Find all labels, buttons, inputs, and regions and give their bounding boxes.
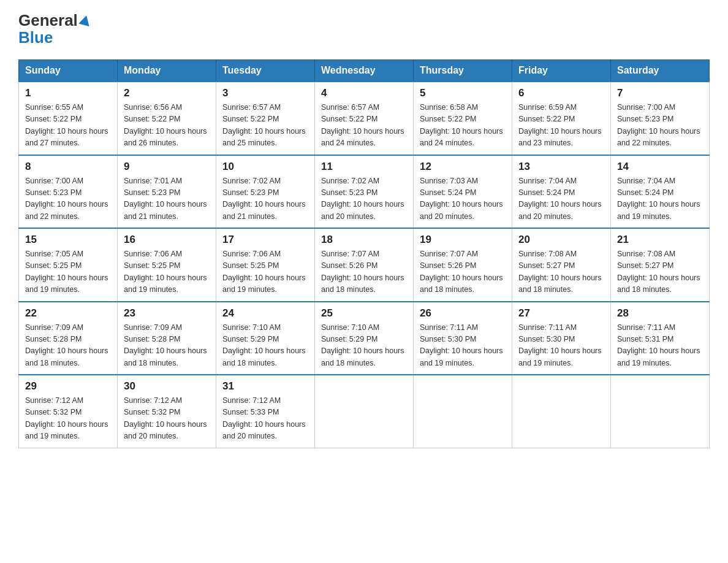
day-info: Sunrise: 7:03 AMSunset: 5:24 PMDaylight:…	[420, 175, 506, 223]
calendar-cell: 3 Sunrise: 6:57 AMSunset: 5:22 PMDayligh…	[216, 82, 315, 155]
calendar-cell: 5 Sunrise: 6:58 AMSunset: 5:22 PMDayligh…	[414, 82, 512, 155]
day-number: 1	[25, 87, 111, 99]
day-number: 27	[518, 307, 604, 320]
day-number: 6	[518, 87, 604, 99]
day-info: Sunrise: 7:07 AMSunset: 5:26 PMDaylight:…	[321, 248, 407, 296]
col-header-sunday: Sunday	[19, 60, 118, 82]
day-number: 9	[124, 161, 210, 173]
day-info: Sunrise: 7:07 AMSunset: 5:26 PMDaylight:…	[420, 248, 506, 296]
day-number: 22	[25, 307, 111, 320]
col-header-wednesday: Wednesday	[315, 60, 414, 82]
day-number: 15	[25, 234, 111, 246]
calendar-cell: 7 Sunrise: 7:00 AMSunset: 5:23 PMDayligh…	[611, 82, 710, 155]
logo-row: General	[18, 12, 91, 28]
calendar-table: SundayMondayTuesdayWednesdayThursdayFrid…	[18, 59, 710, 448]
day-number: 26	[420, 307, 506, 320]
day-number: 2	[124, 87, 210, 99]
day-number: 29	[25, 380, 111, 393]
calendar-cell: 26 Sunrise: 7:11 AMSunset: 5:30 PMDaylig…	[414, 302, 512, 375]
col-header-friday: Friday	[512, 60, 611, 82]
day-info: Sunrise: 7:01 AMSunset: 5:23 PMDaylight:…	[124, 175, 210, 223]
day-info: Sunrise: 6:57 AMSunset: 5:22 PMDaylight:…	[222, 102, 308, 150]
calendar-cell: 27 Sunrise: 7:11 AMSunset: 5:30 PMDaylig…	[512, 302, 611, 375]
logo: General Blue	[18, 12, 91, 47]
calendar-cell: 16 Sunrise: 7:06 AMSunset: 5:25 PMDaylig…	[118, 228, 216, 302]
day-info: Sunrise: 7:09 AMSunset: 5:28 PMDaylight:…	[25, 322, 111, 370]
day-number: 17	[222, 234, 308, 246]
day-number: 24	[222, 307, 308, 320]
logo-general-part: General	[18, 12, 78, 28]
calendar-cell: 11 Sunrise: 7:02 AMSunset: 5:23 PMDaylig…	[315, 155, 414, 229]
day-number: 28	[617, 307, 703, 320]
day-info: Sunrise: 7:10 AMSunset: 5:29 PMDaylight:…	[222, 322, 308, 370]
calendar-cell: 20 Sunrise: 7:08 AMSunset: 5:27 PMDaylig…	[512, 228, 611, 302]
col-header-tuesday: Tuesday	[216, 60, 315, 82]
day-info: Sunrise: 7:05 AMSunset: 5:25 PMDaylight:…	[25, 248, 111, 296]
calendar-cell: 12 Sunrise: 7:03 AMSunset: 5:24 PMDaylig…	[414, 155, 512, 229]
day-info: Sunrise: 7:04 AMSunset: 5:24 PMDaylight:…	[518, 175, 604, 223]
day-number: 8	[25, 161, 111, 173]
day-number: 5	[420, 87, 506, 99]
calendar-week-1: 1 Sunrise: 6:55 AMSunset: 5:22 PMDayligh…	[19, 82, 710, 155]
day-number: 11	[321, 161, 407, 173]
day-info: Sunrise: 7:12 AMSunset: 5:33 PMDaylight:…	[222, 395, 308, 443]
day-number: 16	[124, 234, 210, 246]
calendar-cell	[414, 375, 512, 448]
calendar-cell: 28 Sunrise: 7:11 AMSunset: 5:31 PMDaylig…	[611, 302, 710, 375]
calendar-cell: 19 Sunrise: 7:07 AMSunset: 5:26 PMDaylig…	[414, 228, 512, 302]
calendar-cell: 9 Sunrise: 7:01 AMSunset: 5:23 PMDayligh…	[118, 155, 216, 229]
day-number: 18	[321, 234, 407, 246]
day-number: 12	[420, 161, 506, 173]
calendar-cell: 15 Sunrise: 7:05 AMSunset: 5:25 PMDaylig…	[19, 228, 118, 302]
day-info: Sunrise: 6:56 AMSunset: 5:22 PMDaylight:…	[124, 102, 210, 150]
logo-triangle-icon	[78, 14, 92, 26]
day-number: 30	[124, 380, 210, 393]
day-info: Sunrise: 7:10 AMSunset: 5:29 PMDaylight:…	[321, 322, 407, 370]
day-number: 14	[617, 161, 703, 173]
day-info: Sunrise: 7:11 AMSunset: 5:30 PMDaylight:…	[420, 322, 506, 370]
day-info: Sunrise: 7:08 AMSunset: 5:27 PMDaylight:…	[518, 248, 604, 296]
calendar-cell: 22 Sunrise: 7:09 AMSunset: 5:28 PMDaylig…	[19, 302, 118, 375]
logo-blue-part: Blue	[18, 28, 53, 47]
day-number: 7	[617, 87, 703, 99]
calendar-cell	[512, 375, 611, 448]
calendar-cell: 13 Sunrise: 7:04 AMSunset: 5:24 PMDaylig…	[512, 155, 611, 229]
col-header-monday: Monday	[118, 60, 216, 82]
calendar-week-4: 22 Sunrise: 7:09 AMSunset: 5:28 PMDaylig…	[19, 302, 710, 375]
day-info: Sunrise: 6:57 AMSunset: 5:22 PMDaylight:…	[321, 102, 407, 150]
calendar-week-5: 29 Sunrise: 7:12 AMSunset: 5:32 PMDaylig…	[19, 375, 710, 448]
calendar-cell: 21 Sunrise: 7:08 AMSunset: 5:27 PMDaylig…	[611, 228, 710, 302]
day-number: 25	[321, 307, 407, 320]
calendar-cell: 24 Sunrise: 7:10 AMSunset: 5:29 PMDaylig…	[216, 302, 315, 375]
day-number: 20	[518, 234, 604, 246]
calendar-cell	[611, 375, 710, 448]
day-number: 21	[617, 234, 703, 246]
calendar-week-3: 15 Sunrise: 7:05 AMSunset: 5:25 PMDaylig…	[19, 228, 710, 302]
calendar-cell: 31 Sunrise: 7:12 AMSunset: 5:33 PMDaylig…	[216, 375, 315, 448]
calendar-cell: 17 Sunrise: 7:06 AMSunset: 5:25 PMDaylig…	[216, 228, 315, 302]
calendar-cell: 29 Sunrise: 7:12 AMSunset: 5:32 PMDaylig…	[19, 375, 118, 448]
day-info: Sunrise: 7:02 AMSunset: 5:23 PMDaylight:…	[321, 175, 407, 223]
day-info: Sunrise: 7:02 AMSunset: 5:23 PMDaylight:…	[222, 175, 308, 223]
day-info: Sunrise: 7:04 AMSunset: 5:24 PMDaylight:…	[617, 175, 703, 223]
calendar-cell: 6 Sunrise: 6:59 AMSunset: 5:22 PMDayligh…	[512, 82, 611, 155]
calendar-cell: 1 Sunrise: 6:55 AMSunset: 5:22 PMDayligh…	[19, 82, 118, 155]
calendar-cell: 10 Sunrise: 7:02 AMSunset: 5:23 PMDaylig…	[216, 155, 315, 229]
day-info: Sunrise: 7:06 AMSunset: 5:25 PMDaylight:…	[222, 248, 308, 296]
day-number: 23	[124, 307, 210, 320]
day-info: Sunrise: 6:55 AMSunset: 5:22 PMDaylight:…	[25, 102, 111, 150]
day-number: 3	[222, 87, 308, 99]
day-info: Sunrise: 7:12 AMSunset: 5:32 PMDaylight:…	[25, 395, 111, 443]
day-info: Sunrise: 7:09 AMSunset: 5:28 PMDaylight:…	[124, 322, 210, 370]
day-info: Sunrise: 7:00 AMSunset: 5:23 PMDaylight:…	[617, 102, 703, 150]
calendar-week-2: 8 Sunrise: 7:00 AMSunset: 5:23 PMDayligh…	[19, 155, 710, 229]
calendar-cell: 14 Sunrise: 7:04 AMSunset: 5:24 PMDaylig…	[611, 155, 710, 229]
day-info: Sunrise: 6:59 AMSunset: 5:22 PMDaylight:…	[518, 102, 604, 150]
calendar-cell: 8 Sunrise: 7:00 AMSunset: 5:23 PMDayligh…	[19, 155, 118, 229]
col-header-saturday: Saturday	[611, 60, 710, 82]
calendar-cell	[315, 375, 414, 448]
day-info: Sunrise: 7:11 AMSunset: 5:30 PMDaylight:…	[518, 322, 604, 370]
page-header: General Blue	[18, 12, 710, 47]
day-info: Sunrise: 7:06 AMSunset: 5:25 PMDaylight:…	[124, 248, 210, 296]
day-info: Sunrise: 7:00 AMSunset: 5:23 PMDaylight:…	[25, 175, 111, 223]
